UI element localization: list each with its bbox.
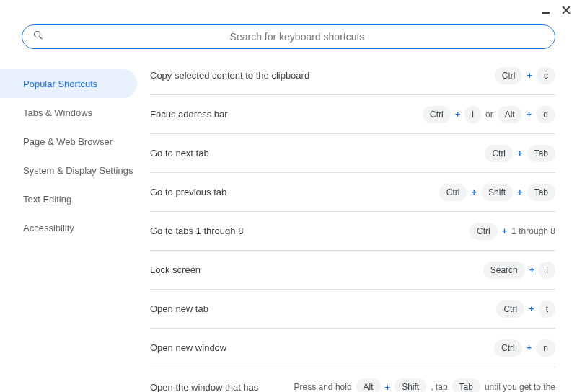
shortcut-row: Go to previous tabCtrl+Shift+Tab xyxy=(150,173,555,212)
sidebar-item-accessibility[interactable]: Accessibility xyxy=(0,213,137,242)
shortcut-row: Lock screenSearch+l xyxy=(150,251,555,290)
combo-text: , tap xyxy=(431,382,447,392)
titlebar xyxy=(0,0,577,20)
plus-separator: + xyxy=(385,382,391,393)
shortcut-combo: Ctrl+Shift+Tab xyxy=(439,184,555,201)
shortcut-row: Copy selected content to the clipboardCt… xyxy=(150,56,555,95)
svg-line-2 xyxy=(40,37,43,40)
minimize-icon xyxy=(542,6,550,14)
plus-separator: + xyxy=(529,303,534,314)
sidebar-item-system-display-settings[interactable]: System & Display Settings xyxy=(0,156,137,184)
shortcut-description: Open new tab xyxy=(150,303,496,314)
plus-separator: + xyxy=(527,70,532,81)
shortcut-row: Go to next tabCtrl+Tab xyxy=(150,134,555,173)
key-badge: Tab xyxy=(452,378,480,392)
plus-separator: + xyxy=(517,148,523,159)
search-input[interactable] xyxy=(50,31,545,43)
sidebar-item-tabs-windows[interactable]: Tabs & Windows xyxy=(0,98,137,127)
shortcut-description: Open new window xyxy=(150,342,494,353)
plus-separator: + xyxy=(527,109,532,120)
combo-text: Press and hold xyxy=(294,382,352,392)
sidebar-item-label: Text Editing xyxy=(23,194,71,205)
key-badge: Shift xyxy=(481,184,513,201)
plus-separator: + xyxy=(527,342,532,353)
key-badge: Shift xyxy=(395,378,426,392)
sidebar-item-popular-shortcuts[interactable]: Popular Shortcuts xyxy=(0,69,137,98)
search-wrap xyxy=(0,20,577,56)
sidebar-item-label: Accessibility xyxy=(23,223,74,233)
key-badge: Tab xyxy=(527,184,555,201)
sidebar-item-text-editing[interactable]: Text Editing xyxy=(0,184,137,213)
shortcut-combo: Ctrl+1 through 8 xyxy=(470,223,555,240)
sidebar: Popular ShortcutsTabs & WindowsPage & We… xyxy=(0,56,144,392)
plus-separator: + xyxy=(455,109,461,120)
key-badge: Search xyxy=(483,262,525,279)
key-badge: Ctrl xyxy=(495,67,523,84)
search-bar[interactable] xyxy=(22,24,555,49)
key-badge: c xyxy=(537,67,555,84)
plus-separator: + xyxy=(471,187,477,197)
sidebar-item-label: System & Display Settings xyxy=(23,165,133,176)
shortcut-combo: Ctrl+n xyxy=(494,339,555,357)
key-badge: t xyxy=(539,300,555,318)
key-badge: Ctrl xyxy=(494,339,522,357)
shortcut-row: Open new tabCtrl+t xyxy=(150,290,555,329)
key-badge: Alt xyxy=(498,106,522,123)
key-badge: Tab xyxy=(527,145,555,162)
combo-text: until you get to the xyxy=(485,382,555,392)
shortcut-row: Open new windowCtrl+n xyxy=(150,329,555,368)
key-badge: d xyxy=(536,106,555,123)
key-badge: Alt xyxy=(356,378,381,392)
shortcut-combo: Search+l xyxy=(483,262,555,279)
shortcut-description: Lock screen xyxy=(150,264,483,275)
key-badge: Ctrl xyxy=(470,223,498,240)
key-badge: Ctrl xyxy=(439,184,467,201)
shortcut-description: Go to tabs 1 through 8 xyxy=(150,226,470,236)
key-badge: n xyxy=(536,339,555,357)
key-badge: Ctrl xyxy=(485,145,513,162)
shortcuts-window: Popular ShortcutsTabs & WindowsPage & We… xyxy=(0,0,577,392)
shortcut-row: Open the window that hasPress and holdAl… xyxy=(150,368,555,392)
shortcut-description: Go to previous tab xyxy=(150,187,439,197)
search-icon xyxy=(32,30,44,44)
shortcut-description: Go to next tab xyxy=(150,148,485,159)
sidebar-item-label: Tabs & Windows xyxy=(23,107,92,118)
shortcut-combo: Ctrl+Tab xyxy=(485,145,555,162)
shortcut-combo: Ctrl+lorAlt+d xyxy=(423,106,555,123)
svg-point-1 xyxy=(35,32,40,37)
key-badge: l xyxy=(539,262,555,279)
shortcut-combo: Ctrl+t xyxy=(496,300,555,318)
key-badge: Ctrl xyxy=(496,300,524,318)
sidebar-item-label: Popular Shortcuts xyxy=(23,79,97,89)
shortcut-combo: Ctrl+c xyxy=(495,67,555,84)
body: Popular ShortcutsTabs & WindowsPage & We… xyxy=(0,56,577,392)
or-separator: or xyxy=(485,110,493,120)
sidebar-item-label: Page & Web Browser xyxy=(23,136,113,147)
shortcut-combo: Press and holdAlt+Shift, tapTabuntil you… xyxy=(294,378,555,392)
key-badge: Ctrl xyxy=(423,106,451,123)
plus-separator: + xyxy=(529,264,535,275)
key-badge: l xyxy=(464,106,481,123)
shortcut-list: Copy selected content to the clipboardCt… xyxy=(144,56,577,392)
shortcut-row: Focus address barCtrl+lorAlt+d xyxy=(150,95,555,134)
plus-separator: + xyxy=(502,226,508,236)
shortcut-description: Open the window that has xyxy=(150,382,294,393)
plus-separator: + xyxy=(517,187,523,197)
close-button[interactable] xyxy=(561,5,571,15)
shortcut-description: Focus address bar xyxy=(150,109,423,120)
shortcut-description: Copy selected content to the clipboard xyxy=(150,70,495,81)
close-icon xyxy=(562,6,571,14)
shortcut-row: Go to tabs 1 through 8Ctrl+1 through 8 xyxy=(150,212,555,251)
svg-rect-0 xyxy=(542,12,550,14)
sidebar-item-page-web-browser[interactable]: Page & Web Browser xyxy=(0,127,137,156)
combo-text: 1 through 8 xyxy=(511,226,555,236)
minimize-button[interactable] xyxy=(541,5,551,15)
